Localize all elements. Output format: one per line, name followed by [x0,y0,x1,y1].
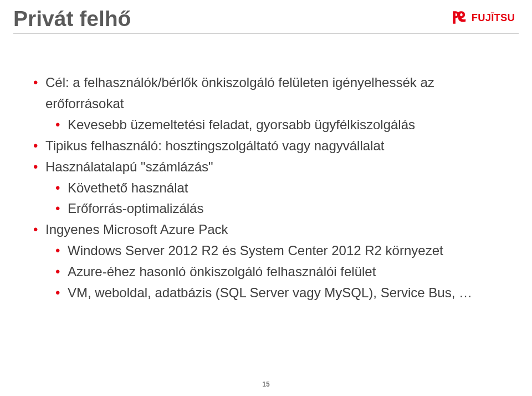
bullet-item: VM, weboldal, adatbázis (SQL Server vagy… [55,282,510,303]
bullet-item: Cél: a felhasználók/bérlők önkiszolgáló … [33,72,510,114]
bullet-text: Azure-éhez hasonló önkiszolgáló felhaszn… [68,264,376,279]
svg-text:FUJĪTSU: FUJĪTSU [472,12,515,23]
divider [13,33,519,34]
slide-title: Privát felhő [13,7,131,31]
bullet-text: Erőforrás-optimalizálás [68,201,203,216]
bullet-item: Azure-éhez hasonló önkiszolgáló felhaszn… [55,261,510,282]
bullet-text: Windows Server 2012 R2 és System Center … [68,243,443,258]
bullet-text: Tipikus felhasználó: hosztingszolgáltató… [45,138,384,153]
fujitsu-logo: FUJĪTSU [452,10,518,25]
bullet-item: Erőforrás-optimalizálás [55,198,510,219]
slide: Privát felhő FUJĪTSU Cél: a felhasználók… [0,0,532,396]
bullet-item: Ingyenes Microsoft Azure Pack [33,219,510,240]
bullet-text: Ingyenes Microsoft Azure Pack [45,222,228,237]
bullet-item: Kevesebb üzemeltetési feladat, gyorsabb … [55,114,510,135]
bullet-text: Használatalapú "számlázás" [45,159,213,174]
bullet-text: VM, weboldal, adatbázis (SQL Server vagy… [68,285,472,300]
bullet-item: Windows Server 2012 R2 és System Center … [55,240,510,261]
bullet-item: Tipikus felhasználó: hosztingszolgáltató… [33,135,510,156]
bullet-text: Kevesebb üzemeltetési feladat, gyorsabb … [68,117,415,132]
bullet-text: Cél: a felhasználók/bérlők önkiszolgáló … [45,75,434,111]
bullet-text: Követhető használat [68,180,188,195]
bullet-item: Követhető használat [55,177,510,199]
bullet-item: Használatalapú "számlázás" [33,156,510,177]
slide-body: Cél: a felhasználók/bérlők önkiszolgáló … [33,72,510,303]
page-number: 15 [262,380,269,388]
